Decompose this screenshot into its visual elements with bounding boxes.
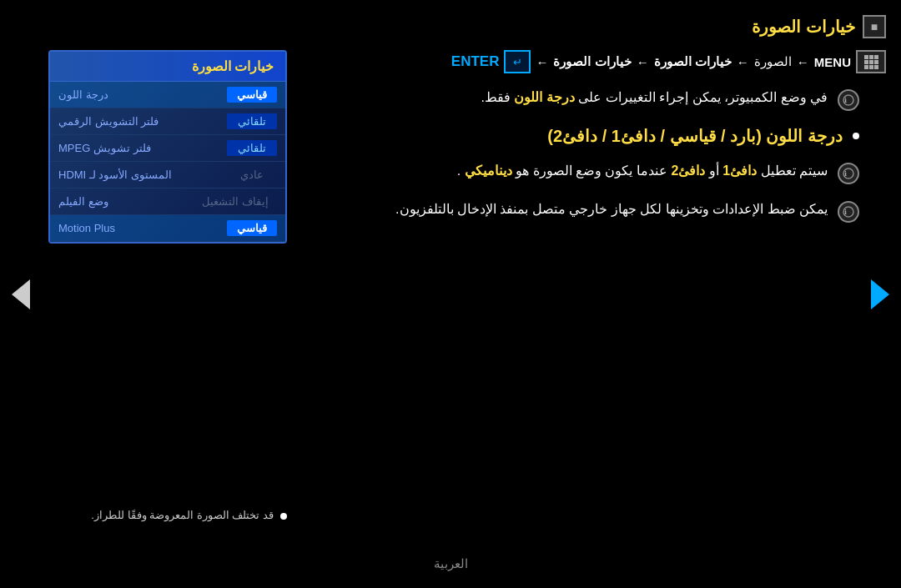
note2-period: . [457, 163, 461, 178]
breadcrumb-arrow3: ← [637, 55, 649, 69]
bottom-note: قد تختلف الصورة المعروضة وفقًا للطراز. [48, 509, 287, 521]
sidebar-item-hdmi-black[interactable]: عادي المستوى الأسود لـ HDMI [50, 162, 285, 188]
breadcrumb-arrow4: ← [536, 55, 548, 69]
sidebar-item-film-mode-label: وضع الفيلم [58, 195, 108, 208]
note1-bold: درجة اللون [514, 90, 574, 104]
footer-language: العربية [434, 556, 468, 571]
sidebar-item-color-temp-label: درجة اللون [58, 88, 108, 101]
breadcrumb-enter-label: ENTER [451, 53, 500, 70]
sidebar-item-hdmi-black-value: عادي [227, 167, 277, 183]
note1-end: فقط. [481, 90, 511, 104]
sidebar-item-motion-plus-label: Motion Plus [58, 222, 115, 234]
svg-text:ℹ: ℹ [844, 170, 847, 178]
bullet-row-1: درجة اللون (بارد / قياسي / دافئ1 / دافئ2… [317, 126, 859, 146]
sidebar-item-motion-plus-value: قياسي [227, 220, 277, 236]
breadcrumb-step3: خيارات الصورة [553, 54, 631, 69]
svg-text:ℹ: ℹ [844, 209, 847, 216]
breadcrumb: MENU ← الصورة ← خيارات الصورة ← خيارات ا… [317, 50, 886, 73]
svg-text:ℹ: ℹ [844, 97, 847, 104]
main-content: ℹ في وضع الكمبيوتر، يمكن إجراء التغييرات… [317, 88, 859, 238]
sidebar-item-mpeg-noise-value: تلقائي [227, 140, 277, 156]
note1-text: في وضع الكمبيوتر، يمكن إجراء التغييرات ع… [578, 90, 828, 104]
breadcrumb-menu-label: MENU [814, 55, 851, 69]
note2-mid: أو [709, 163, 719, 178]
info-text-2: سيتم تعطيل دافئ1 أو دافئ2 عندما يكون وضع… [457, 161, 828, 181]
breadcrumb-arrow1: ← [797, 55, 809, 69]
menu-grid [864, 55, 878, 69]
sidebar-panel: خيارات الصورة قياسي درجة اللون تلقائي فل… [48, 50, 287, 244]
sidebar-item-digital-noise[interactable]: تلقائي فلتر التشويش الرقمي [50, 108, 285, 135]
bullet-text-1: درجة اللون (بارد / قياسي / دافئ1 / دافئ2… [547, 126, 843, 146]
info-icon-2: ℹ [838, 163, 859, 184]
sidebar-item-digital-noise-value: تلقائي [227, 113, 277, 129]
sidebar-item-digital-noise-label: فلتر التشويش الرقمي [58, 115, 159, 128]
note2-start: سيتم تعطيل [761, 163, 828, 178]
breadcrumb-arrow2: ← [737, 55, 749, 69]
info-row-2: ℹ سيتم تعطيل دافئ1 أو دافئ2 عندما يكون و… [317, 161, 859, 184]
info-row-1: ℹ في وضع الكمبيوتر، يمكن إجراء التغييرات… [317, 88, 859, 111]
sidebar-title: خيارات الصورة [50, 52, 285, 82]
note2-bold2: دافئ2 [671, 163, 705, 178]
enter-icon: ↵ [504, 50, 531, 73]
page-title: خيارات الصورة [752, 17, 855, 37]
note2-bold3: ديناميكي [465, 163, 512, 178]
bottom-note-text: قد تختلف الصورة المعروضة وفقًا للطراز. [91, 509, 274, 521]
sidebar-item-motion-plus[interactable]: قياسي Motion Plus [50, 215, 285, 242]
info-row-3: ℹ يمكن ضبط الإعدادات وتخزينها لكل جهاز خ… [317, 199, 859, 223]
info-text-1: في وضع الكمبيوتر، يمكن إجراء التغييرات ع… [481, 88, 828, 108]
breadcrumb-step2: خيارات الصورة [654, 54, 732, 69]
bullet-dot-1 [853, 133, 859, 139]
info-text-3: يمكن ضبط الإعدادات وتخزينها لكل جهاز خار… [395, 199, 828, 219]
info-icon-3: ℹ [838, 201, 859, 223]
top-right-icon: ■ [863, 15, 886, 38]
info-icon-1: ℹ [838, 89, 859, 111]
sidebar-item-mpeg-noise-label: فلتر تشويش MPEG [58, 142, 151, 154]
sidebar-item-hdmi-black-label: المستوى الأسود لـ HDMI [58, 168, 172, 181]
breadcrumb-step1: الصورة [754, 54, 792, 69]
enter-icon-symbol: ↵ [513, 56, 522, 68]
sidebar-item-film-mode-value: إيقاف التشغيل [194, 193, 277, 209]
sidebar-item-film-mode[interactable]: إيقاف التشغيل وضع الفيلم [50, 188, 285, 215]
sidebar-item-color-temp[interactable]: قياسي درجة اللون [50, 82, 285, 108]
sidebar-item-mpeg-noise[interactable]: تلقائي فلتر تشويش MPEG [50, 135, 285, 162]
sidebar-item-color-temp-value: قياسي [227, 87, 277, 103]
menu-icon [856, 50, 886, 73]
note2-bold1: دافئ1 [722, 163, 757, 178]
bottom-note-dot [280, 513, 287, 520]
nav-arrow-left[interactable] [8, 274, 33, 315]
nav-arrow-right[interactable] [868, 274, 893, 315]
note2-end: عندما يكون وضع الصورة هو [516, 163, 667, 178]
